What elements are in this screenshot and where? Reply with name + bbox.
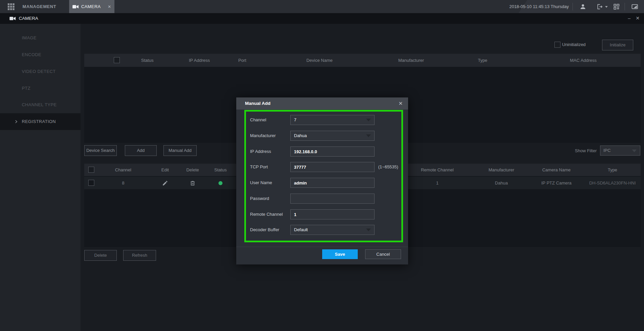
chevron-down-icon [632, 150, 637, 152]
decoder-buffer-value: Default [294, 227, 308, 232]
minimize-button[interactable]: – [626, 13, 633, 24]
delete-button[interactable]: Delete [84, 250, 117, 261]
cancel-button[interactable]: Cancel [365, 249, 401, 259]
window-camera-icon [9, 16, 16, 21]
col-device-name: Device Name [306, 54, 333, 67]
ip-address-field[interactable] [290, 147, 375, 157]
dialog-titlebar[interactable]: Manual Add ✕ [236, 97, 408, 110]
app-window: MANAGEMENT CAMERA ✕ 2018-05-10 11:45:13 … [0, 0, 644, 331]
manual-add-dialog: Manual Add ✕ Channel 7 Manufacturer Dahu… [236, 97, 408, 264]
save-button[interactable]: Save [322, 249, 358, 259]
row-manufacturer: Dahua [495, 177, 508, 189]
delete-trash-icon[interactable] [190, 180, 196, 186]
display-output-icon[interactable] [630, 2, 639, 11]
window-titlebar: CAMERA – ✕ [0, 13, 644, 24]
chevron-down-icon [366, 134, 371, 137]
added-table-select-all-checkbox[interactable] [88, 167, 94, 173]
device-search-button[interactable]: Device Search [84, 145, 117, 156]
row-checkbox[interactable] [88, 180, 94, 186]
sidebar-item-ptz[interactable]: PTZ [0, 80, 81, 97]
col-manufacturer: Manufacturer [398, 54, 424, 67]
sidebar-item-image[interactable]: IMAGE [0, 30, 81, 46]
user-name-field[interactable] [290, 178, 375, 188]
dialog-divider [236, 247, 408, 247]
topbar-separator-2 [625, 3, 625, 10]
video-camera-icon [72, 4, 79, 9]
channel-select[interactable]: 7 [290, 115, 375, 125]
dialog-close-icon[interactable]: ✕ [398, 97, 403, 110]
col-status: Status [141, 54, 154, 67]
col-ip-address: IP Address [189, 54, 210, 67]
col-delete: Delete [186, 164, 199, 176]
edit-pencil-icon[interactable] [162, 180, 168, 186]
remote-channel-label: Remote Channel [250, 209, 290, 219]
col-port: Port [238, 54, 246, 67]
col-camera-name: Camera Name [542, 164, 571, 176]
add-button[interactable]: Add [125, 145, 157, 156]
password-label: Password [250, 194, 290, 204]
logout-icon[interactable] [595, 2, 604, 11]
sidebar-item-video-detect[interactable]: VIDEO DETECT [0, 63, 81, 80]
tab-camera[interactable]: CAMERA ✕ [69, 0, 114, 13]
user-name-label: User Name [250, 178, 290, 188]
datetime-display: 2018-05-10 11:45:13 Thursday [509, 0, 569, 13]
manufacturer-value: Dahua [294, 133, 307, 138]
row-channel: 8 [122, 177, 124, 189]
chevron-down-icon [366, 229, 371, 231]
col-type: Type [478, 54, 487, 67]
logout-dropdown-caret[interactable] [605, 6, 608, 8]
tab-close-icon[interactable]: ✕ [108, 4, 111, 9]
channel-value: 7 [294, 117, 296, 122]
status-online-dot [218, 181, 222, 185]
decoder-buffer-label: Decoder Buffer [250, 225, 290, 235]
ip-address-label: IP Address [250, 147, 290, 157]
device-table-header: Status IP Address Port Device Name Manuf… [84, 54, 641, 67]
decoder-buffer-select[interactable]: Default [290, 225, 375, 235]
show-filter-value: IPC [603, 148, 611, 153]
col-mac-address: MAC Address [570, 54, 596, 67]
device-table-select-all-checkbox[interactable] [114, 57, 120, 63]
manufacturer-select[interactable]: Dahua [290, 131, 375, 141]
col-channel: Channel [115, 164, 131, 176]
chevron-right-icon [14, 120, 18, 124]
password-field[interactable] [290, 194, 375, 204]
sidebar-item-registration[interactable]: REGISTRATION [0, 113, 81, 130]
sidebar-item-encode[interactable]: ENCODE [0, 46, 81, 63]
main-menu-grid-icon[interactable] [7, 3, 15, 10]
uninitialized-checkbox[interactable] [554, 42, 560, 48]
close-button[interactable]: ✕ [634, 13, 641, 24]
col-row-status: Status [214, 164, 227, 176]
topbar-separator [573, 3, 573, 10]
sidebar-item-channel-type[interactable]: CHANNEL TYPE [0, 96, 81, 113]
col-edit: Edit [161, 164, 169, 176]
sidebar-item-label: REGISTRATION [22, 119, 56, 124]
manufacturer-label: Manufacturer [250, 131, 290, 141]
channel-label: Channel [250, 115, 290, 125]
row-remote-channel: 1 [436, 177, 438, 189]
show-filter-dropdown[interactable]: IPC [600, 146, 640, 156]
initialize-button[interactable]: Initialize [602, 40, 633, 50]
col-row-manufacturer: Manufacturer [489, 164, 514, 176]
system-topbar: MANAGEMENT CAMERA ✕ 2018-05-10 11:45:13 … [0, 0, 644, 13]
chevron-down-icon [366, 119, 371, 121]
row-camera-name: IP PTZ Camera [541, 177, 572, 189]
col-camera-type: Type [608, 164, 617, 176]
manual-add-button[interactable]: Manual Add [163, 145, 197, 156]
highlight-green-frame [244, 110, 403, 242]
remote-channel-field[interactable] [290, 209, 375, 219]
tcp-port-field[interactable] [290, 162, 375, 172]
tcp-port-label: TCP Port [250, 162, 290, 172]
window-title: CAMERA [19, 13, 38, 24]
user-account-icon[interactable] [579, 2, 587, 11]
show-filter-label: Show Filter [575, 146, 597, 156]
col-remote-channel: Remote Channel [421, 164, 454, 176]
tab-camera-label: CAMERA [81, 4, 101, 9]
dialog-title: Manual Add [245, 97, 270, 110]
qr-code-icon[interactable] [612, 2, 621, 11]
row-camera-type: DH-SD6ALA230FN-HNI [589, 177, 636, 189]
tcp-port-range-hint: (1~65535) [378, 162, 407, 172]
sidebar: IMAGE ENCODE VIDEO DETECT PTZ CHANNEL TY… [0, 24, 81, 331]
uninitialized-label: Uninitialized [562, 40, 586, 50]
refresh-button[interactable]: Refresh [123, 250, 156, 261]
management-menu[interactable]: MANAGEMENT [22, 0, 56, 13]
